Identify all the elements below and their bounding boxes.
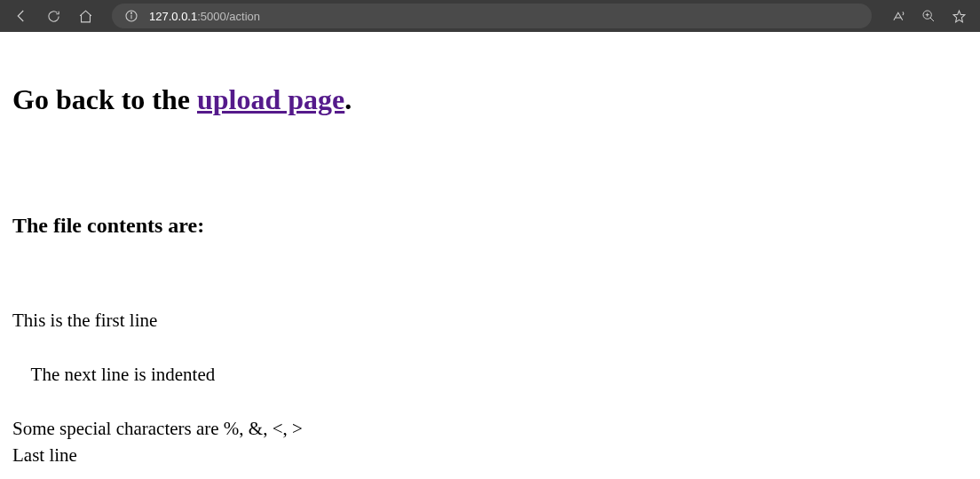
file-contents: This is the first line The next line is … — [12, 307, 968, 469]
main-heading: Go back to the upload page. — [12, 83, 968, 116]
address-bar[interactable]: 127.0.0.1:5000/action — [112, 4, 872, 28]
toolbar-right-icons — [886, 4, 971, 28]
url-path: :5000/action — [197, 10, 260, 23]
read-aloud-icon[interactable] — [886, 4, 911, 28]
refresh-button[interactable] — [41, 4, 66, 28]
url-host: 127.0.0.1 — [149, 10, 197, 23]
back-button[interactable] — [9, 4, 34, 28]
svg-line-4 — [930, 18, 934, 21]
zoom-icon[interactable] — [916, 4, 941, 28]
url-text: 127.0.0.1:5000/action — [149, 10, 859, 23]
subheading: The file contents are: — [12, 214, 968, 238]
page-content: Go back to the upload page. The file con… — [0, 32, 980, 479]
svg-point-2 — [130, 12, 131, 13]
home-button[interactable] — [73, 4, 98, 28]
upload-page-link[interactable]: upload page — [197, 83, 344, 115]
browser-toolbar: 127.0.0.1:5000/action — [0, 0, 980, 32]
heading-suffix: . — [344, 83, 352, 115]
info-icon — [124, 9, 138, 23]
favorites-icon[interactable] — [946, 4, 971, 28]
heading-prefix: Go back to the — [12, 83, 197, 115]
